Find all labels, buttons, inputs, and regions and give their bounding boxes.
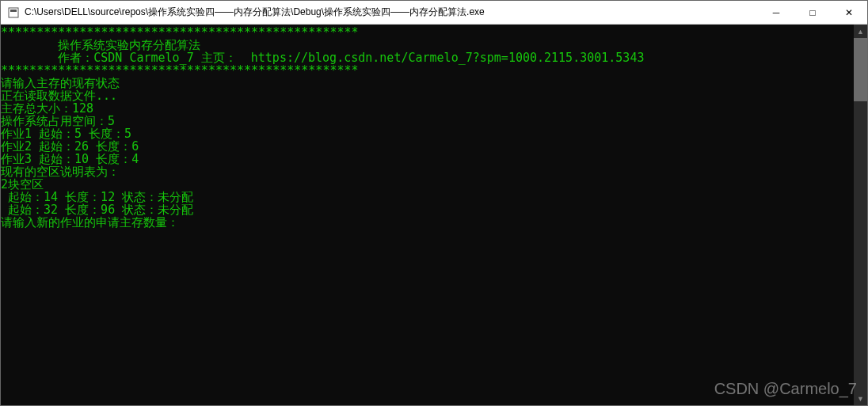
window: C:\Users\DELL\source\repos\操作系统实验四——内存分配…	[0, 0, 868, 406]
close-icon: ✕	[845, 7, 853, 18]
scrollbar[interactable]: ▲ ▼	[854, 25, 867, 405]
svg-rect-1	[10, 9, 17, 12]
minimize-button[interactable]: ─	[758, 1, 794, 25]
console-output[interactable]: ****************************************…	[1, 25, 854, 405]
console-area: ****************************************…	[1, 25, 867, 405]
maximize-button[interactable]: □	[794, 1, 831, 25]
scroll-up-icon[interactable]: ▲	[854, 25, 867, 38]
svg-rect-0	[9, 8, 18, 17]
app-icon	[7, 6, 20, 19]
minimize-icon: ─	[773, 7, 780, 18]
titlebar[interactable]: C:\Users\DELL\source\repos\操作系统实验四——内存分配…	[1, 1, 867, 25]
maximize-icon: □	[809, 7, 815, 18]
scroll-thumb[interactable]	[854, 38, 867, 101]
close-button[interactable]: ✕	[831, 1, 867, 25]
window-title: C:\Users\DELL\source\repos\操作系统实验四——内存分配…	[25, 6, 758, 19]
scroll-down-icon[interactable]: ▼	[854, 392, 867, 405]
